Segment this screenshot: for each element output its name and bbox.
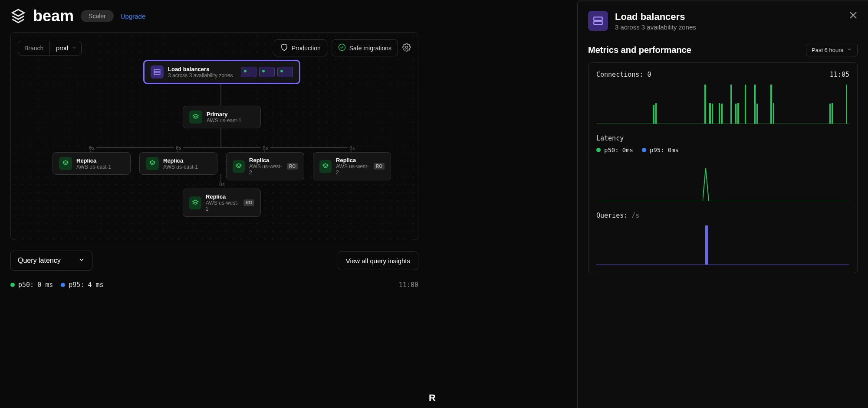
node-replica[interactable]: Replica AWS us-west-2 RO: [183, 189, 261, 217]
logo-icon: [10, 8, 26, 24]
svg-point-1: [406, 46, 408, 48]
panel-title: Load balancers: [615, 11, 696, 23]
chevron-down-icon: [72, 45, 77, 52]
lb-subtitle: 3 across 3 availability zones: [168, 72, 233, 78]
connections-chart: Connections: 0 11:05: [596, 71, 849, 124]
legend-time: 11:00: [399, 281, 418, 289]
production-tag: Production: [274, 39, 327, 56]
app-title: beam: [33, 7, 74, 25]
legend-dot-green: [10, 283, 15, 287]
time-range-select[interactable]: Past 6 hours: [806, 44, 858, 56]
database-icon: [189, 196, 201, 209]
primary-subtitle: AWS us-east-1: [207, 118, 241, 124]
lb-pod-indicator: [277, 67, 293, 77]
edge-latency: 0s: [217, 182, 227, 187]
database-icon: [146, 157, 159, 170]
ro-badge: RO: [243, 199, 254, 206]
query-latency-legend: p50: 0 ms p95: 4 ms 11:00: [10, 281, 418, 289]
node-replica[interactable]: Replica AWS us-east-1: [53, 152, 131, 175]
ro-badge: RO: [374, 163, 385, 170]
ro-badge: RO: [287, 163, 298, 170]
legend-dot-blue: [61, 283, 65, 287]
node-replica[interactable]: Replica AWS us-west-2 RO: [226, 152, 304, 180]
primary-title: Primary: [207, 111, 241, 118]
svg-rect-7: [594, 21, 602, 25]
legend-dot-green: [596, 148, 601, 152]
node-replica[interactable]: Replica AWS us-east-1: [139, 152, 217, 175]
metrics-heading: Metrics and performance: [588, 45, 691, 55]
svg-rect-6: [594, 17, 602, 20]
queries-bar: [705, 225, 708, 264]
close-icon[interactable]: [847, 9, 859, 21]
shield-icon: [280, 43, 288, 52]
svg-rect-2: [154, 69, 160, 72]
chevron-down-icon: [78, 256, 85, 265]
svg-point-0: [339, 44, 345, 51]
branch-value: prod: [50, 41, 81, 55]
edge-latency: 0s: [174, 145, 183, 151]
upgrade-link[interactable]: Upgrade: [121, 13, 146, 20]
view-all-insights-button[interactable]: View all query insights: [338, 251, 418, 270]
layers-icon: [588, 11, 608, 31]
latency-chart: Latency p50: 0ms p95: 0ms: [596, 134, 849, 201]
edge-latency: 0s: [348, 145, 357, 151]
chevron-down-icon: [847, 47, 852, 53]
details-panel: Load balancers 3 across 3 availability z…: [577, 0, 868, 408]
topology-card: Branch prod Production: [10, 32, 418, 240]
check-circle-icon: [338, 43, 346, 52]
tier-badge: Scaler: [81, 10, 114, 22]
query-latency-button[interactable]: Query latency: [10, 251, 92, 271]
svg-rect-3: [154, 72, 160, 75]
queries-chart: Queries: /s: [596, 212, 849, 265]
latency-spike: [703, 168, 709, 201]
database-icon: [319, 160, 332, 173]
replicas-heading: R: [429, 392, 436, 404]
branch-label: Branch: [18, 41, 50, 55]
branch-selector[interactable]: Branch prod: [18, 41, 82, 55]
database-icon: [233, 160, 245, 173]
node-replica[interactable]: Replica AWS us-west-2 RO: [313, 152, 391, 180]
edge-latency: 0s: [87, 145, 96, 151]
edge-latency: 0s: [261, 145, 270, 151]
node-load-balancer[interactable]: Load balancers 3 across 3 availability z…: [144, 60, 300, 84]
lb-pod-indicator: [259, 67, 275, 77]
safe-migrations-tag: Safe migrations: [332, 39, 398, 56]
lb-pod-indicator: [241, 67, 256, 77]
layers-icon: [151, 65, 164, 78]
panel-subtitle: 3 across 3 availability zones: [615, 23, 696, 31]
lb-title: Load balancers: [168, 66, 233, 72]
node-primary[interactable]: Primary AWS us-east-1: [183, 106, 261, 128]
database-icon: [189, 111, 202, 124]
connections-time: 11:05: [830, 71, 849, 78]
gear-icon[interactable]: [402, 43, 411, 53]
legend-dot-blue: [642, 148, 646, 152]
database-icon: [59, 157, 72, 170]
